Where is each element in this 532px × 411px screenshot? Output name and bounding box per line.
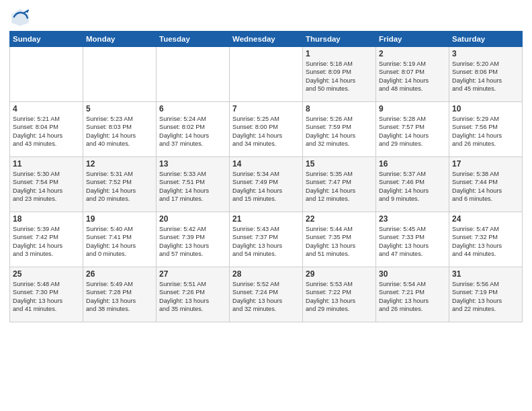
day-number: 28 bbox=[232, 269, 300, 279]
day-number: 10 bbox=[452, 104, 519, 113]
day-number: 16 bbox=[379, 159, 446, 169]
day-number: 23 bbox=[379, 214, 446, 224]
day-number: 29 bbox=[306, 269, 373, 279]
day-cell-6: 6Sunrise: 5:24 AM Sunset: 8:02 PM Daylig… bbox=[157, 102, 230, 157]
day-number: 12 bbox=[86, 159, 153, 169]
day-cell-empty-0 bbox=[10, 47, 83, 102]
header-day-sunday: Sunday bbox=[10, 32, 83, 47]
day-number: 3 bbox=[452, 49, 519, 58]
day-info: Sunrise: 5:48 AM Sunset: 7:30 PM Dayligh… bbox=[13, 280, 80, 314]
day-cell-23: 23Sunrise: 5:45 AM Sunset: 7:33 PM Dayli… bbox=[376, 212, 449, 267]
day-info: Sunrise: 5:38 AM Sunset: 7:44 PM Dayligh… bbox=[452, 170, 519, 203]
header-day-friday: Friday bbox=[376, 32, 449, 47]
header-day-tuesday: Tuesday bbox=[157, 32, 230, 47]
day-number: 4 bbox=[13, 104, 80, 113]
day-info: Sunrise: 5:49 AM Sunset: 7:28 PM Dayligh… bbox=[86, 280, 153, 314]
day-info: Sunrise: 5:39 AM Sunset: 7:42 PM Dayligh… bbox=[13, 225, 80, 259]
day-number: 14 bbox=[232, 159, 300, 169]
day-cell-28: 28Sunrise: 5:52 AM Sunset: 7:24 PM Dayli… bbox=[230, 267, 303, 322]
day-info: Sunrise: 5:53 AM Sunset: 7:22 PM Dayligh… bbox=[306, 280, 373, 314]
header-row-days: SundayMondayTuesdayWednesdayThursdayFrid… bbox=[10, 32, 523, 47]
week-row-1: 1Sunrise: 5:18 AM Sunset: 8:09 PM Daylig… bbox=[10, 47, 523, 102]
week-row-4: 18Sunrise: 5:39 AM Sunset: 7:42 PM Dayli… bbox=[10, 212, 523, 267]
day-info: Sunrise: 5:19 AM Sunset: 8:07 PM Dayligh… bbox=[379, 60, 446, 93]
day-number: 30 bbox=[379, 269, 446, 279]
day-cell-1: 1Sunrise: 5:18 AM Sunset: 8:09 PM Daylig… bbox=[303, 47, 376, 102]
day-cell-20: 20Sunrise: 5:42 AM Sunset: 7:39 PM Dayli… bbox=[157, 212, 230, 267]
day-number: 8 bbox=[306, 104, 373, 113]
day-cell-22: 22Sunrise: 5:44 AM Sunset: 7:35 PM Dayli… bbox=[303, 212, 376, 267]
day-info: Sunrise: 5:26 AM Sunset: 7:59 PM Dayligh… bbox=[306, 115, 373, 148]
day-cell-27: 27Sunrise: 5:51 AM Sunset: 7:26 PM Dayli… bbox=[157, 267, 230, 322]
header-row bbox=[9, 7, 523, 28]
week-row-5: 25Sunrise: 5:48 AM Sunset: 7:30 PM Dayli… bbox=[10, 267, 523, 322]
day-number: 2 bbox=[379, 49, 446, 58]
day-cell-26: 26Sunrise: 5:49 AM Sunset: 7:28 PM Dayli… bbox=[83, 267, 157, 322]
day-info: Sunrise: 5:35 AM Sunset: 7:47 PM Dayligh… bbox=[306, 170, 373, 203]
page-container: SundayMondayTuesdayWednesdayThursdayFrid… bbox=[0, 0, 532, 328]
day-cell-4: 4Sunrise: 5:21 AM Sunset: 8:04 PM Daylig… bbox=[10, 102, 83, 157]
day-cell-10: 10Sunrise: 5:29 AM Sunset: 7:56 PM Dayli… bbox=[449, 102, 523, 157]
day-number: 17 bbox=[452, 159, 519, 169]
day-cell-30: 30Sunrise: 5:54 AM Sunset: 7:21 PM Dayli… bbox=[376, 267, 449, 322]
day-info: Sunrise: 5:23 AM Sunset: 8:03 PM Dayligh… bbox=[86, 115, 153, 148]
day-number: 26 bbox=[86, 269, 153, 279]
calendar-body: 1Sunrise: 5:18 AM Sunset: 8:09 PM Daylig… bbox=[10, 47, 523, 322]
day-cell-21: 21Sunrise: 5:43 AM Sunset: 7:37 PM Dayli… bbox=[230, 212, 303, 267]
day-info: Sunrise: 5:18 AM Sunset: 8:09 PM Dayligh… bbox=[306, 60, 373, 93]
day-number: 27 bbox=[159, 269, 226, 279]
day-info: Sunrise: 5:51 AM Sunset: 7:26 PM Dayligh… bbox=[159, 280, 226, 314]
day-number: 9 bbox=[379, 104, 446, 113]
day-info: Sunrise: 5:21 AM Sunset: 8:04 PM Dayligh… bbox=[13, 115, 80, 148]
day-cell-7: 7Sunrise: 5:25 AM Sunset: 8:00 PM Daylig… bbox=[230, 102, 303, 157]
calendar-header: SundayMondayTuesdayWednesdayThursdayFrid… bbox=[10, 32, 523, 47]
day-info: Sunrise: 5:31 AM Sunset: 7:52 PM Dayligh… bbox=[86, 170, 153, 203]
day-cell-29: 29Sunrise: 5:53 AM Sunset: 7:22 PM Dayli… bbox=[303, 267, 376, 322]
day-cell-empty-2 bbox=[157, 47, 230, 102]
day-cell-3: 3Sunrise: 5:20 AM Sunset: 8:06 PM Daylig… bbox=[449, 47, 523, 102]
week-row-2: 4Sunrise: 5:21 AM Sunset: 8:04 PM Daylig… bbox=[10, 102, 523, 157]
day-info: Sunrise: 5:34 AM Sunset: 7:49 PM Dayligh… bbox=[232, 170, 300, 203]
day-number: 24 bbox=[452, 214, 519, 224]
day-cell-14: 14Sunrise: 5:34 AM Sunset: 7:49 PM Dayli… bbox=[230, 157, 303, 212]
day-number: 7 bbox=[232, 104, 300, 113]
logo-icon bbox=[9, 7, 31, 28]
day-cell-16: 16Sunrise: 5:37 AM Sunset: 7:46 PM Dayli… bbox=[376, 157, 449, 212]
header-day-saturday: Saturday bbox=[449, 32, 523, 47]
day-info: Sunrise: 5:42 AM Sunset: 7:39 PM Dayligh… bbox=[159, 225, 226, 259]
day-info: Sunrise: 5:56 AM Sunset: 7:19 PM Dayligh… bbox=[452, 280, 519, 314]
day-number: 31 bbox=[452, 269, 519, 279]
day-cell-17: 17Sunrise: 5:38 AM Sunset: 7:44 PM Dayli… bbox=[449, 157, 523, 212]
day-number: 15 bbox=[306, 159, 373, 169]
day-number: 22 bbox=[306, 214, 373, 224]
day-cell-8: 8Sunrise: 5:26 AM Sunset: 7:59 PM Daylig… bbox=[303, 102, 376, 157]
day-cell-25: 25Sunrise: 5:48 AM Sunset: 7:30 PM Dayli… bbox=[10, 267, 83, 322]
day-info: Sunrise: 5:45 AM Sunset: 7:33 PM Dayligh… bbox=[379, 225, 446, 259]
day-info: Sunrise: 5:44 AM Sunset: 7:35 PM Dayligh… bbox=[306, 225, 373, 259]
day-info: Sunrise: 5:29 AM Sunset: 7:56 PM Dayligh… bbox=[452, 115, 519, 148]
calendar-table: SundayMondayTuesdayWednesdayThursdayFrid… bbox=[9, 31, 523, 322]
day-info: Sunrise: 5:30 AM Sunset: 7:54 PM Dayligh… bbox=[13, 170, 80, 203]
day-cell-13: 13Sunrise: 5:33 AM Sunset: 7:51 PM Dayli… bbox=[157, 157, 230, 212]
week-row-3: 11Sunrise: 5:30 AM Sunset: 7:54 PM Dayli… bbox=[10, 157, 523, 212]
header-day-thursday: Thursday bbox=[303, 32, 376, 47]
day-cell-19: 19Sunrise: 5:40 AM Sunset: 7:41 PM Dayli… bbox=[83, 212, 157, 267]
day-cell-15: 15Sunrise: 5:35 AM Sunset: 7:47 PM Dayli… bbox=[303, 157, 376, 212]
day-info: Sunrise: 5:25 AM Sunset: 8:00 PM Dayligh… bbox=[232, 115, 300, 148]
day-number: 19 bbox=[86, 214, 153, 224]
day-cell-12: 12Sunrise: 5:31 AM Sunset: 7:52 PM Dayli… bbox=[83, 157, 157, 212]
day-number: 5 bbox=[86, 104, 153, 113]
day-number: 1 bbox=[306, 49, 373, 58]
day-cell-empty-3 bbox=[230, 47, 303, 102]
day-info: Sunrise: 5:28 AM Sunset: 7:57 PM Dayligh… bbox=[379, 115, 446, 148]
day-number: 25 bbox=[13, 269, 80, 279]
day-info: Sunrise: 5:54 AM Sunset: 7:21 PM Dayligh… bbox=[379, 280, 446, 314]
day-number: 18 bbox=[13, 214, 80, 224]
day-cell-9: 9Sunrise: 5:28 AM Sunset: 7:57 PM Daylig… bbox=[376, 102, 449, 157]
day-info: Sunrise: 5:43 AM Sunset: 7:37 PM Dayligh… bbox=[232, 225, 300, 259]
day-info: Sunrise: 5:52 AM Sunset: 7:24 PM Dayligh… bbox=[232, 280, 300, 314]
header-day-wednesday: Wednesday bbox=[230, 32, 303, 47]
day-number: 6 bbox=[159, 104, 226, 113]
day-number: 20 bbox=[159, 214, 226, 224]
day-info: Sunrise: 5:40 AM Sunset: 7:41 PM Dayligh… bbox=[86, 225, 153, 259]
